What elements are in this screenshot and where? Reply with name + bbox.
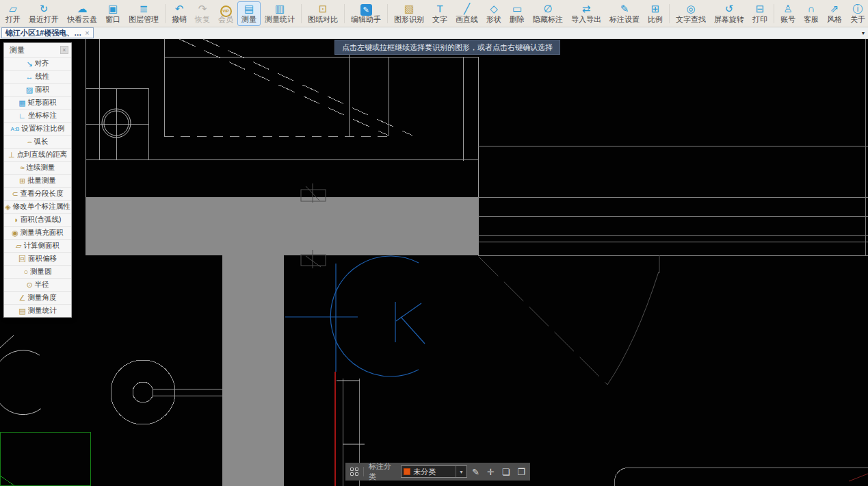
panel-item-area-with-arc[interactable]: ◗面积(含弧线) bbox=[4, 213, 71, 226]
panel-item-area[interactable]: ▨面积 bbox=[4, 83, 71, 96]
toolbar-redo-button[interactable]: ↷恢复 bbox=[191, 1, 214, 26]
toolbar-vip-button[interactable]: VIP会员 bbox=[214, 1, 237, 26]
toolbar-delete-label: 删除 bbox=[510, 15, 525, 24]
panel-item-segment-length[interactable]: ⊂查看分段长度 bbox=[4, 187, 71, 200]
toolbar-open-button[interactable]: ▱打开 bbox=[1, 1, 25, 26]
toolbar-window-button[interactable]: ▣窗口 bbox=[101, 1, 124, 26]
toolbar-vip-label: 会员 bbox=[218, 15, 233, 24]
panel-item-modify-annotation[interactable]: ◈修改单个标注属性 bbox=[4, 200, 71, 213]
panel-item-label: 批量测量 bbox=[27, 176, 56, 186]
coord-annotation-icon: ∟ bbox=[18, 112, 26, 120]
toolbar-text-button[interactable]: T文字 bbox=[428, 1, 451, 26]
measure-panel-title: 测量 bbox=[10, 45, 25, 55]
shapes-icon: ◇ bbox=[490, 3, 498, 15]
align-icon: ↘ bbox=[26, 60, 32, 68]
toolbar-cloud-drive-button[interactable]: ☁快看云盘 bbox=[63, 1, 101, 26]
toolbar-screen-rotate-button[interactable]: ↺屏幕旋转 bbox=[710, 1, 748, 26]
move-icon[interactable]: ✛ bbox=[487, 468, 495, 476]
toolbar-drawing-compare-button[interactable]: ⊡图纸对比 bbox=[304, 1, 342, 26]
toolbar-text-search-button[interactable]: ◎文字查找 bbox=[672, 1, 710, 26]
panel-item-label: 点到直线的距离 bbox=[17, 150, 68, 159]
toolbar-import-export-label: 导入导出 bbox=[571, 15, 601, 24]
toolbar-scale-button[interactable]: ⊞比例 bbox=[644, 1, 667, 26]
toolbar-shape-recognition-label: 图形识别 bbox=[394, 15, 424, 24]
toolbar-measure-stats-label: 测量统计 bbox=[265, 15, 295, 24]
panel-item-label: 测量圆 bbox=[30, 267, 52, 277]
panel-item-continuous-measure[interactable]: ≈连续测量 bbox=[4, 161, 71, 174]
tab-close-icon[interactable]: × bbox=[85, 29, 89, 37]
panel-item-point-line-distance[interactable]: ⊥点到直线的距离 bbox=[4, 148, 71, 161]
toolbar-support-label: 客服 bbox=[804, 15, 819, 24]
style-icon: ⇗ bbox=[830, 3, 839, 15]
panel-item-label: 弧长 bbox=[34, 137, 49, 146]
undo-arrow-icon: ↶ bbox=[175, 3, 184, 15]
toolbar-undo-button[interactable]: ↶撤销 bbox=[168, 1, 191, 26]
panel-item-arc-length[interactable]: ⌢弧长 bbox=[4, 135, 71, 148]
toolbar-recent-open-button[interactable]: ↻最近打开 bbox=[25, 1, 63, 26]
toolbar-annotation-settings-button[interactable]: ✎标注设置 bbox=[605, 1, 644, 26]
toolbar-about-button[interactable]: ⓘ关于 bbox=[846, 1, 868, 26]
paste-icon[interactable]: ❐ bbox=[517, 468, 525, 476]
panel-item-measure-circle[interactable]: ○测量圆 bbox=[4, 265, 71, 278]
modify-annotation-icon: ◈ bbox=[5, 203, 10, 211]
recent-clock-icon: ↻ bbox=[40, 3, 49, 15]
drawing-canvas[interactable]: 点击左键或拉框继续选择要识别的图形，或者点击右键确认选择 bbox=[0, 39, 868, 486]
toolbar-shapes-label: 形状 bbox=[486, 15, 501, 24]
toolbar-delete-button[interactable]: ▭删除 bbox=[505, 1, 529, 26]
panel-item-linear[interactable]: ↔线性 bbox=[4, 70, 71, 83]
toolbar-shape-recognition-button[interactable]: ▧图形识别 bbox=[390, 1, 428, 26]
tabbar-caret-icon[interactable]: ▾ bbox=[862, 30, 865, 36]
toolbar-account-label: 账号 bbox=[780, 15, 795, 24]
panel-item-fill-area[interactable]: ◉测量填充面积 bbox=[4, 226, 71, 239]
panel-item-set-annotation-scale[interactable]: A:B设置标注比例 bbox=[4, 122, 71, 135]
classification-dropdown[interactable]: 未分类 ▼ bbox=[401, 465, 467, 478]
wall-stem bbox=[222, 255, 284, 486]
toolbar-measure-button[interactable]: ▤测量 bbox=[237, 1, 261, 26]
toolbar-measure-stats-button[interactable]: ▥测量统计 bbox=[261, 1, 299, 26]
grid-icon[interactable] bbox=[350, 468, 358, 476]
toolbar-draw-line-button[interactable]: ╱画直线 bbox=[451, 1, 482, 26]
layers-icon: ≣ bbox=[140, 3, 148, 15]
panel-item-side-area[interactable]: ▱计算侧面积 bbox=[4, 239, 71, 252]
copy-icon[interactable]: ❏ bbox=[502, 468, 510, 476]
panel-item-align[interactable]: ↘对齐 bbox=[4, 57, 71, 70]
toolbar-edit-assistant-button[interactable]: ✎编辑助手 bbox=[347, 1, 385, 26]
panel-close-icon[interactable]: × bbox=[60, 46, 68, 54]
toolbar-style-button[interactable]: ⇗风格 bbox=[823, 1, 846, 26]
headset-icon: ∩ bbox=[808, 3, 815, 15]
edit-assistant-icon: ✎ bbox=[360, 3, 372, 15]
main-toolbar: ▱打开↻最近打开☁快看云盘▣窗口≣图层管理↶撤销↷恢复VIP会员▤测量▥测量统计… bbox=[0, 0, 868, 27]
batch-measure-icon: ⊞ bbox=[19, 177, 25, 185]
toolbar-separator bbox=[774, 4, 774, 23]
toolbar-account-button[interactable]: ♙账号 bbox=[776, 1, 800, 26]
edit-icon[interactable]: ✎ bbox=[472, 468, 479, 476]
toolbar-import-export-button[interactable]: ⇄导入导出 bbox=[567, 1, 605, 26]
toolbar-hide-annotation-button[interactable]: ∅隐藏标注 bbox=[529, 1, 567, 26]
measure-stats-icon: ▤ bbox=[18, 307, 25, 315]
toolbar-layer-manager-button[interactable]: ≣图层管理 bbox=[124, 1, 163, 26]
panel-item-batch-measure[interactable]: ⊞批量测量 bbox=[4, 174, 71, 187]
panel-item-area-offset[interactable]: 回面积偏移 bbox=[4, 252, 71, 265]
toolbar-support-button[interactable]: ∩客服 bbox=[800, 1, 823, 26]
toolbar-shapes-button[interactable]: ◇形状 bbox=[482, 1, 505, 26]
panel-item-label: 面积(含弧线) bbox=[21, 215, 62, 225]
toolbar-open-label: 打开 bbox=[5, 15, 21, 24]
toolbar-draw-line-label: 画直线 bbox=[456, 15, 478, 24]
panel-item-label: 矩形面积 bbox=[28, 98, 57, 107]
toolbar-window-label: 窗口 bbox=[105, 15, 120, 24]
info-icon: ⓘ bbox=[853, 3, 863, 15]
eye-slash-icon: ∅ bbox=[543, 3, 552, 15]
linear-icon: ↔ bbox=[26, 73, 34, 81]
toolbar-redo-label: 恢复 bbox=[195, 15, 210, 24]
toolbar-layer-manager-label: 图层管理 bbox=[129, 15, 159, 24]
dropdown-caret-icon[interactable]: ▼ bbox=[456, 466, 466, 477]
panel-item-measure-stats[interactable]: ▤测量统计 bbox=[4, 304, 71, 317]
panel-item-label: 修改单个标注属性 bbox=[13, 202, 70, 212]
panel-item-radius[interactable]: ⊙半径 bbox=[4, 278, 71, 291]
panel-item-rect-area[interactable]: ▦矩形面积 bbox=[4, 96, 71, 109]
document-tab[interactable]: 锦江小区1#楼强电、… × bbox=[1, 27, 94, 38]
toolbar-print-button[interactable]: ⊟打印 bbox=[748, 1, 772, 26]
printer-icon: ⊟ bbox=[756, 3, 765, 15]
panel-item-coord-annotation[interactable]: ∟坐标标注 bbox=[4, 109, 71, 122]
panel-item-measure-angle[interactable]: ∠测量角度 bbox=[4, 291, 71, 304]
